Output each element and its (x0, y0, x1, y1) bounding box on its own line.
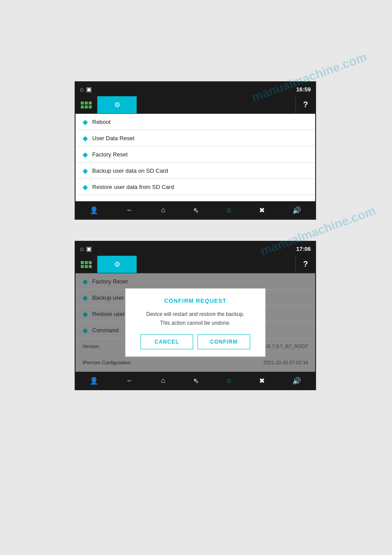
menu-label-restore: Restore user data from SD Card (92, 184, 174, 190)
home2-icon-s2[interactable]: ⌂ (227, 377, 231, 385)
screen2-time: 17:06 (296, 246, 311, 252)
help-button-s1[interactable]: ? (295, 96, 315, 113)
page-background: manualmachine.com ⌂ ▣ 16:59 (0, 0, 392, 555)
help-button-s2[interactable]: ? (295, 256, 315, 273)
grid-dot (81, 261, 84, 264)
menu-label-backup: Backup user data on SD Card (92, 167, 168, 174)
transfer-icon-s1[interactable]: ⇖ (193, 206, 199, 214)
dialog-message-line1: Device will restart and restore the back… (146, 311, 244, 317)
grid-icon-s2 (81, 261, 92, 268)
help-label-s2: ? (303, 260, 308, 269)
person-icon-s2[interactable]: 👤 (90, 377, 98, 385)
grid-dot (89, 102, 92, 105)
dialog-overlay: CONFIRM REQUEST Device will restart and … (76, 273, 315, 372)
grid-button-s2[interactable] (76, 256, 97, 273)
screen2-status-icons: ⌂ ▣ (80, 245, 92, 252)
bullet-factory-reset: ◆ (83, 150, 88, 159)
grid-dot (85, 102, 88, 105)
menu-item-reboot[interactable]: ◆ Reboot (76, 114, 315, 130)
volume-icon-s1[interactable]: 🔊 (292, 206, 301, 214)
dialog-message: Device will restart and restore the back… (134, 310, 256, 327)
cancel-button[interactable]: CANCEL (140, 334, 193, 349)
screen1-menu: ◆ Reboot ◆ User Data Reset ◆ Factory Res… (76, 114, 315, 211)
grid-dot (89, 265, 92, 268)
menu-item-restore[interactable]: ◆ Restore user data from SD Card (76, 179, 315, 195)
signal-icon-s1: ▣ (86, 86, 92, 93)
settings-button-s1[interactable]: ⚙ (97, 96, 137, 113)
bullet-reboot: ◆ (83, 118, 88, 126)
home-icon-s2: ⌂ (80, 245, 83, 252)
dialog-buttons: CANCEL CONFIRM (134, 334, 256, 349)
screen1-statusbar: ⌂ ▣ 16:59 (76, 82, 315, 96)
settings-button-s2[interactable]: ⚙ (97, 256, 137, 273)
back-icon-s2[interactable]: ← (126, 377, 133, 385)
home-icon-s1: ⌂ (80, 86, 83, 93)
grid-dot (89, 261, 92, 264)
screen1-time: 16:59 (296, 86, 311, 93)
screen1-status-icons: ⌂ ▣ (80, 86, 92, 93)
gear-icon-s1: ⚙ (114, 101, 120, 109)
grid-dot (89, 105, 92, 109)
menu-label-reboot: Reboot (92, 119, 111, 125)
confirm-dialog: CONFIRM REQUEST Device will restart and … (125, 288, 266, 356)
dialog-message-line2: This action cannot be undone. (160, 320, 231, 326)
back-icon-s1[interactable]: ← (126, 206, 133, 214)
signal-icon-s2: ▣ (86, 245, 92, 252)
transfer-icon-s2[interactable]: ⇖ (193, 377, 199, 385)
menu-item-backup[interactable]: ◆ Backup user data on SD Card (76, 163, 315, 179)
grid-dot (81, 102, 84, 105)
bullet-restore: ◆ (83, 183, 88, 191)
screen2-content: ◆ Factory Reset ◆ Backup user d... ◆ Res… (76, 273, 315, 372)
screen1: ⌂ ▣ 16:59 ⚙ ? (75, 81, 316, 220)
mute-icon-s1[interactable]: ✖ (259, 206, 265, 214)
confirm-button[interactable]: CONFIRM (198, 334, 250, 349)
grid-dot (85, 105, 88, 109)
menu-item-user-data-reset[interactable]: ◆ User Data Reset (76, 130, 315, 146)
bullet-backup: ◆ (83, 167, 88, 175)
grid-dot (85, 261, 88, 264)
screen2: ⌂ ▣ 17:06 ⚙ ? (75, 241, 316, 390)
person-icon-s1[interactable]: 👤 (90, 206, 98, 214)
help-label-s1: ? (303, 100, 308, 109)
screen2-navbar: ⚙ ? (76, 256, 315, 273)
screen1-bottombar: 👤 ← ⌂ ⇖ ⌂ ✖ 🔊 (76, 201, 315, 219)
home-bottom-icon-s1[interactable]: ⌂ (161, 206, 165, 214)
bullet-user-data-reset: ◆ (83, 134, 88, 142)
grid-dot (85, 265, 88, 268)
home-bottom-icon-s2[interactable]: ⌂ (161, 377, 165, 385)
grid-dot (81, 105, 84, 109)
screen2-statusbar: ⌂ ▣ 17:06 (76, 242, 315, 256)
grid-icon-s1 (81, 102, 92, 109)
volume-icon-s2[interactable]: 🔊 (292, 377, 301, 385)
grid-dot (81, 265, 84, 268)
menu-item-factory-reset[interactable]: ◆ Factory Reset (76, 146, 315, 163)
grid-button-s1[interactable] (76, 96, 97, 113)
gear-icon-s2: ⚙ (114, 260, 120, 268)
dialog-title: CONFIRM REQUEST (134, 297, 256, 304)
screen1-navbar: ⚙ ? (76, 96, 315, 114)
home2-icon-s1[interactable]: ⌂ (227, 206, 231, 214)
mute-icon-s2[interactable]: ✖ (259, 377, 265, 385)
screen2-bottombar: 👤 ← ⌂ ⇖ ⌂ ✖ 🔊 (76, 372, 315, 389)
menu-label-factory-reset: Factory Reset (92, 151, 128, 158)
menu-label-user-data-reset: User Data Reset (92, 135, 134, 141)
